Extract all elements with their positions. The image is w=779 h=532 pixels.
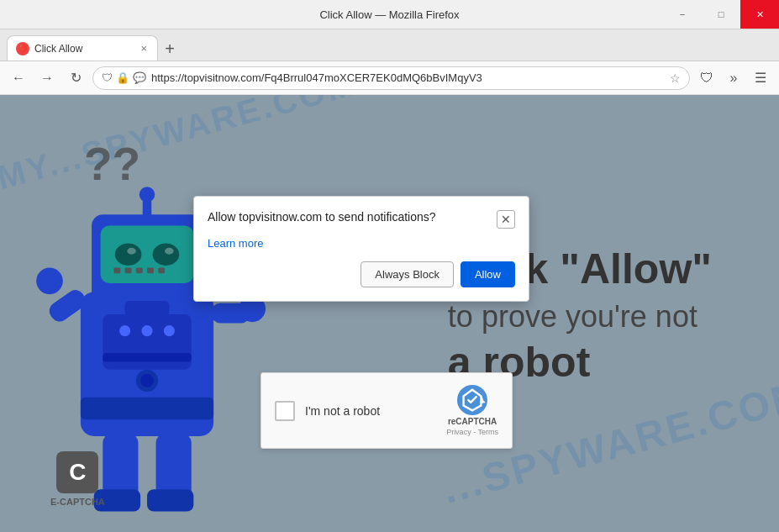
url-text: https://topvisitnow.com/Fq4Brrul047moXCE… [151,71,665,84]
to-prove-text: to prove you're not [448,299,697,334]
svg-point-28 [140,374,154,387]
shield-toolbar-icon[interactable]: 🛡 [695,66,718,90]
tab-bar: 🔴 Click Allow × + [0,29,779,61]
svg-rect-10 [136,268,143,274]
popup-title: Allow topvisitnow.com to send notificati… [208,210,497,224]
browser-window: Click Allow — Mozilla Firefox − □ ✕ 🔴 Cl… [0,0,779,532]
ecaptcha-logo-icon: C [56,451,98,493]
recaptcha-brand: reCAPTCHA [448,417,497,426]
svg-rect-1 [81,398,213,419]
window-controls: − □ ✕ [663,0,779,29]
new-tab-button[interactable]: + [158,37,182,61]
tab-label: Click Allow [34,43,132,55]
refresh-button[interactable]: ↻ [64,66,87,90]
svg-point-4 [115,244,142,266]
toolbar-right: 🛡 » ☰ [695,66,772,90]
svg-rect-13 [125,301,170,316]
svg-point-17 [164,325,175,336]
robot-area [25,137,269,498]
menu-icon[interactable]: ☰ [749,66,772,90]
close-button[interactable]: ✕ [740,0,779,29]
svg-point-30 [139,187,155,202]
svg-rect-8 [113,268,120,274]
recaptcha-logo-svg [457,385,487,415]
svg-rect-18 [103,353,191,362]
page-content: MY...SPYWARE.COM ...SPYWARE.COM ?? [0,95,779,532]
allow-button[interactable]: Allow [461,261,515,287]
title-bar: Click Allow — Mozilla Firefox − □ ✕ [0,0,779,29]
recaptcha-links: Privacy - Terms [446,428,498,436]
maximize-button[interactable]: □ [702,0,740,29]
extensions-icon[interactable]: » [722,66,745,90]
robot-subtext: to prove you're not [448,299,712,334]
terms-link[interactable]: Terms [478,428,499,436]
svg-rect-9 [125,268,132,274]
svg-rect-12 [158,268,165,274]
active-tab[interactable]: 🔴 Click Allow × [7,35,158,61]
title-bar-title: Click Allow — Mozilla Firefox [319,8,459,21]
lock-icon: 🔒 [116,71,129,84]
always-block-button[interactable]: Always Block [361,261,454,287]
popup-close-button[interactable]: ✕ [497,210,515,229]
ecaptcha-label: E-CAPTCHA [50,497,105,507]
tab-close-button[interactable]: × [137,40,150,56]
recaptcha-widget: I'm not a robot reCAPTCHA Privacy - Term… [261,372,513,449]
back-button[interactable]: ← [7,66,30,90]
shield-icon: 🛡 [102,71,113,84]
nav-bar: ← → ↻ 🛡 🔒 💬 https://topvisitnow.com/Fq4B… [0,61,779,95]
ecaptcha-logo-area: C E-CAPTCHA [50,451,105,507]
recaptcha-label: I'm not a robot [305,404,380,418]
recaptcha-checkbox[interactable] [275,401,295,421]
address-bar-icons: 🛡 🔒 💬 [102,71,146,84]
learn-more-link[interactable]: Learn more [208,237,515,250]
popup-buttons: Always Block Allow [208,261,515,287]
svg-point-5 [153,244,180,266]
svg-point-15 [119,325,130,336]
svg-rect-3 [101,225,194,283]
svg-point-16 [141,325,152,336]
recaptcha-right: reCAPTCHA Privacy - Terms [446,385,498,436]
popup-header: Allow topvisitnow.com to send notificati… [208,210,515,229]
svg-rect-26 [147,489,193,511]
minimize-button[interactable]: − [663,0,702,29]
forward-button[interactable]: → [35,66,59,90]
privacy-link[interactable]: Privacy [446,428,471,436]
svg-point-7 [165,248,174,255]
address-bar[interactable]: 🛡 🔒 💬 https://topvisitnow.com/Fq4Brrul04… [92,66,690,90]
notification-icon: 💬 [133,71,146,84]
svg-point-21 [36,268,63,295]
bookmark-icon[interactable]: ☆ [670,71,681,85]
recaptcha-left: I'm not a robot [275,401,380,421]
tab-favicon: 🔴 [16,42,29,55]
notification-popup: Allow topvisitnow.com to send notificati… [193,196,529,302]
svg-point-6 [127,248,136,255]
svg-rect-11 [147,268,154,274]
